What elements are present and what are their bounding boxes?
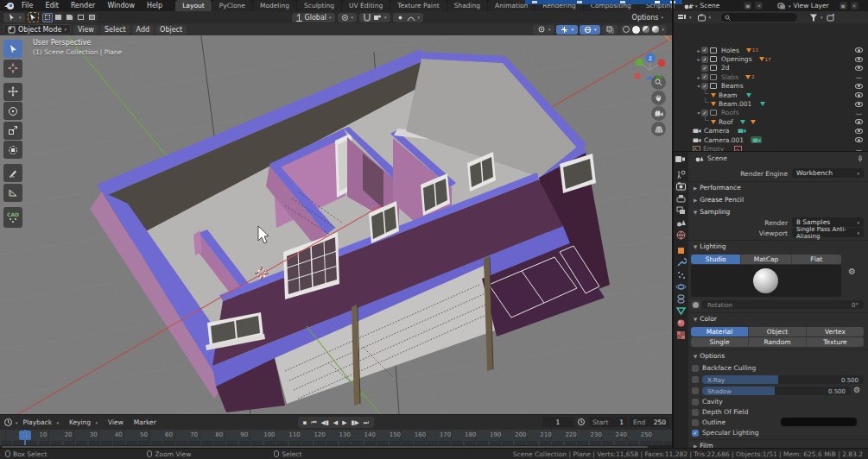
active-tool-button[interactable]: ▾	[3, 13, 25, 22]
studio-light-preview[interactable]	[691, 265, 841, 297]
visibility-eye-icon[interactable]	[855, 137, 863, 142]
outliner-row-slabs[interactable]: ▸ ✓ Slabs 2	[674, 72, 868, 81]
tab-world[interactable]	[675, 230, 687, 241]
tab-texture-paint[interactable]: Texture Paint	[390, 0, 446, 11]
menu-file[interactable]: File	[16, 2, 39, 9]
tab-object-data[interactable]	[675, 305, 687, 317]
new-scene-button[interactable]: ▣	[744, 2, 751, 9]
gear-icon[interactable]: ⚙	[848, 267, 856, 276]
tab-modifiers[interactable]	[675, 257, 687, 268]
playback-menu[interactable]: Playback ▾	[18, 418, 64, 426]
checkbox-icon[interactable]: ✓	[701, 47, 708, 53]
panel-color[interactable]: ▼Color⠿	[694, 315, 717, 323]
color-texture[interactable]: Texture	[807, 337, 864, 347]
house-model[interactable]	[90, 49, 610, 412]
play-icon[interactable]: ▶	[340, 419, 349, 426]
tool-cursor[interactable]	[3, 60, 22, 78]
lighting-tabs[interactable]: Studio MatCap Flat	[691, 255, 841, 264]
color-vertex[interactable]: Vertex	[807, 327, 864, 336]
shadow-slider[interactable]: Shadow 0.500	[702, 387, 851, 395]
tab-modeling[interactable]: Modeling	[253, 0, 296, 11]
delete-scene-button[interactable]: ✕	[755, 2, 763, 9]
visibility-eye-icon[interactable]	[855, 92, 863, 97]
tab-layout[interactable]: Layout	[175, 0, 212, 11]
color-material[interactable]: Material	[691, 327, 749, 336]
lighting-tab-flat[interactable]: Flat	[792, 255, 841, 264]
render-engine-dropdown[interactable]: Workbench▾	[792, 168, 864, 178]
backface-checkbox[interactable]	[692, 365, 699, 372]
lighting-tab-matcap[interactable]: MatCap	[741, 255, 791, 264]
panel-options[interactable]: ▼Options⠿	[694, 352, 725, 360]
panel-grease-pencil[interactable]: ▶Grease Pencil⠿	[694, 196, 744, 204]
tab-object[interactable]	[675, 245, 687, 256]
select-menu[interactable]: Select	[100, 25, 130, 35]
shading-material-icon[interactable]	[643, 26, 649, 33]
shading-wireframe-icon[interactable]	[623, 26, 630, 33]
view-menu[interactable]: View	[103, 418, 129, 426]
visibility-eye-icon[interactable]	[855, 102, 863, 107]
visibility-eye-closed-icon[interactable]	[855, 74, 863, 79]
prev-keyframe-icon[interactable]: ◀▮	[319, 419, 331, 426]
jump-start-icon[interactable]: ⏮	[309, 419, 319, 426]
end-frame-field[interactable]: End250	[630, 417, 669, 427]
outliner-row-holes[interactable]: ▸ ✓ Holes 13	[674, 46, 868, 54]
tab-scene[interactable]	[675, 217, 687, 229]
specular-checkbox[interactable]: ✓	[692, 430, 699, 437]
cavity-checkbox[interactable]	[692, 399, 699, 406]
tab-sculpting[interactable]: Sculpting	[297, 0, 341, 11]
delete-view-layer-button[interactable]: ✕	[851, 2, 858, 9]
options-dropdown[interactable]: Options ▾	[629, 13, 667, 22]
viewport-3d[interactable]: Object Mode ▾ View Select Add Object ▾ ▾…	[0, 23, 672, 414]
lighting-tab-studio[interactable]: Studio	[691, 255, 741, 264]
mode-dropdown[interactable]: Object Mode ▾	[3, 24, 71, 35]
view-menu[interactable]: View	[73, 25, 98, 35]
tab-uv-editing[interactable]: UV Editing	[342, 0, 390, 11]
show-overlays-dropdown[interactable]: ▾	[533, 25, 555, 35]
tool-select-box[interactable]	[3, 40, 22, 58]
tool-cad[interactable]: CAD	[3, 207, 22, 228]
axis-x-ball[interactable]	[658, 60, 666, 67]
outliner-row-2d[interactable]: ✓ 2d	[674, 64, 868, 72]
tab-texture[interactable]	[675, 330, 687, 341]
panel-lighting[interactable]: ▼Lighting⠿	[694, 242, 726, 250]
marker-menu[interactable]: Marker	[129, 418, 162, 426]
view-layer-selector[interactable]: ▾ View Layer ▣ ✕	[777, 1, 858, 10]
select-mode-buttons[interactable]	[42, 13, 98, 22]
object-menu[interactable]: Object	[155, 25, 187, 35]
visibility-eye-icon[interactable]	[855, 84, 863, 89]
color-single[interactable]: Single	[691, 337, 749, 347]
auto-keying-icon[interactable]	[577, 418, 586, 426]
jump-to-keyframe-icon[interactable]: ▪	[301, 419, 309, 426]
visibility-eye-icon[interactable]	[855, 47, 863, 53]
new-collection-button[interactable]	[827, 13, 836, 22]
outline-checkbox[interactable]	[692, 419, 699, 426]
pin-icon[interactable]	[857, 155, 864, 162]
outliner-row-roof[interactable]: Roof	[674, 117, 868, 126]
color-object[interactable]: Object	[749, 327, 807, 336]
color-random[interactable]: Random	[749, 337, 807, 347]
tool-scale[interactable]	[3, 122, 22, 140]
timeline-ruler[interactable]: 1 10203040506070809010011012013014015016…	[0, 430, 672, 441]
shadow-gear-icon[interactable]: ⚙	[853, 386, 860, 394]
checkbox-icon[interactable]: ✓	[701, 56, 708, 63]
pan-button[interactable]	[651, 91, 666, 105]
outliner-row-beam[interactable]: Beam	[674, 91, 868, 99]
snap-buttons[interactable]: ▾	[359, 13, 390, 22]
tab-tool[interactable]	[675, 169, 687, 180]
visibility-eye-icon[interactable]	[855, 119, 863, 124]
xray-toggle[interactable]	[602, 25, 618, 35]
outline-color-swatch[interactable]	[781, 418, 857, 426]
menu-help[interactable]: Help	[141, 2, 168, 9]
shadow-checkbox[interactable]	[692, 387, 699, 394]
zoom-button[interactable]	[651, 75, 666, 90]
visibility-eye-icon[interactable]	[855, 129, 863, 134]
outliner-properties-divider[interactable]	[674, 151, 868, 152]
outliner-row-camera[interactable]: Camera	[674, 127, 868, 135]
shading-rendered-icon[interactable]	[652, 26, 659, 33]
tab-pyclone[interactable]: PyClone	[212, 0, 252, 11]
xray-checkbox[interactable]	[692, 376, 699, 383]
outliner-row-roofs[interactable]: ▾ ✓ Roofs	[674, 109, 868, 117]
dof-checkbox[interactable]	[692, 409, 699, 416]
scene-selector[interactable]: ▾ Scene ▣ ✕	[684, 1, 763, 10]
proportional-edit-buttons[interactable]: ▾	[393, 13, 424, 22]
